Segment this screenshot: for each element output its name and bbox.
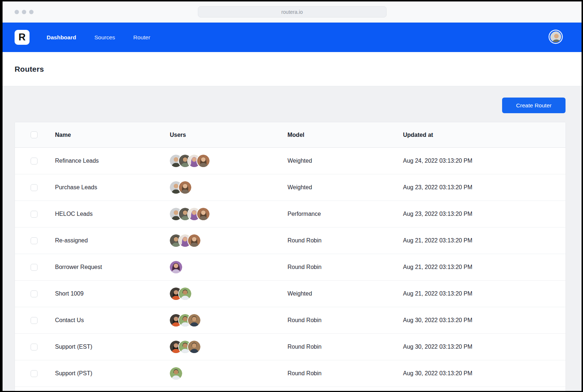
router-name: Purchase Leads <box>55 184 170 191</box>
header-checkbox-cell <box>15 131 55 138</box>
table-row[interactable]: Support (EST)Round RobinAug 30, 2022 03:… <box>15 334 566 360</box>
router-model: Weighted <box>287 184 403 191</box>
user-avatar-group <box>170 208 210 220</box>
router-name: Borrower Request <box>55 264 170 270</box>
browser-url-bar[interactable]: routera.io <box>198 6 387 17</box>
page-header: Routers <box>3 52 582 86</box>
row-checkbox-cell <box>15 344 55 351</box>
router-updated-at: Aug 23, 2022 03:13:20 PM <box>403 211 566 217</box>
router-updated-at: Aug 24, 2022 03:13:20 PM <box>403 158 566 164</box>
row-checkbox-cell <box>15 158 55 165</box>
router-name: Refinance Leads <box>55 158 170 164</box>
column-header-model: Model <box>287 132 403 138</box>
row-checkbox[interactable] <box>31 344 38 351</box>
router-model: Round Robin <box>287 317 403 324</box>
router-model: Round Robin <box>287 237 403 244</box>
row-checkbox-cell <box>15 211 55 218</box>
user-avatar-group <box>170 234 200 247</box>
router-users-cell <box>170 261 287 273</box>
router-users-cell <box>170 234 287 247</box>
user-avatar <box>179 181 191 194</box>
router-updated-at: Aug 23, 2022 03:13:20 PM <box>403 184 566 191</box>
nav-item-sources[interactable]: Sources <box>94 34 115 41</box>
router-name: Re-assigned <box>55 237 170 244</box>
column-header-updated-at: Updated at <box>403 132 566 138</box>
router-model: Round Robin <box>287 370 403 377</box>
router-model: Round Robin <box>287 264 403 270</box>
user-avatar <box>188 341 200 353</box>
profile-avatar[interactable] <box>549 31 562 44</box>
row-checkbox-cell <box>15 184 55 191</box>
table-row[interactable]: Support (PST)Round RobinAug 30, 2022 03:… <box>15 360 566 387</box>
user-avatar <box>197 208 210 220</box>
user-avatar <box>188 234 200 247</box>
column-header-users: Users <box>170 132 287 138</box>
router-users-cell <box>170 341 287 353</box>
app-window: routera.io R Dashboard Sources Router Ro… <box>3 1 582 391</box>
row-checkbox-cell <box>15 370 55 377</box>
user-avatar-group <box>170 314 200 326</box>
row-checkbox-cell <box>15 290 55 297</box>
user-avatar <box>197 155 210 167</box>
router-users-cell <box>170 314 287 326</box>
user-avatar-group <box>170 181 191 194</box>
table-row[interactable]: Borrower RequestRound RobinAug 21, 2022 … <box>15 254 566 281</box>
row-checkbox[interactable] <box>31 264 38 271</box>
page-title: Routers <box>15 65 44 74</box>
router-users-cell <box>170 208 287 220</box>
column-header-name: Name <box>55 132 170 138</box>
router-model: Weighted <box>287 158 403 164</box>
table-row[interactable]: Short 1009WeightedAug 21, 2022 03:13:20 … <box>15 281 566 307</box>
router-updated-at: Aug 21, 2022 03:13:20 PM <box>403 290 566 297</box>
user-avatar <box>188 314 200 326</box>
user-avatar <box>179 288 191 300</box>
router-updated-at: Aug 21, 2022 03:13:20 PM <box>403 237 566 244</box>
router-updated-at: Aug 30, 2022 03:13:20 PM <box>403 370 566 377</box>
router-users-cell <box>170 181 287 194</box>
app-navbar: R Dashboard Sources Router <box>3 23 582 52</box>
page-content: Create Router Name Users Model Updated a… <box>3 86 582 391</box>
row-checkbox[interactable] <box>31 211 38 218</box>
table-row[interactable]: Re-assignedRound RobinAug 21, 2022 03:13… <box>15 227 566 254</box>
nav-item-router[interactable]: Router <box>133 34 150 41</box>
row-checkbox[interactable] <box>31 184 38 191</box>
router-updated-at: Aug 21, 2022 03:13:20 PM <box>403 264 566 270</box>
router-model: Round Robin <box>287 344 403 350</box>
row-checkbox[interactable] <box>31 237 38 244</box>
app-logo[interactable]: R <box>15 30 30 45</box>
router-name: Short 1009 <box>55 290 170 297</box>
router-users-cell <box>170 155 287 167</box>
row-checkbox-cell <box>15 317 55 324</box>
router-updated-at: Aug 30, 2022 03:13:20 PM <box>403 344 566 350</box>
user-avatar <box>549 31 562 43</box>
table-row[interactable]: Purchase LeadsWeightedAug 23, 2022 03:13… <box>15 174 566 201</box>
router-name: HELOC Leads <box>55 211 170 217</box>
select-all-checkbox[interactable] <box>31 131 38 138</box>
table-row[interactable]: Refinance LeadsWeightedAug 24, 2022 03:1… <box>15 148 566 174</box>
row-checkbox[interactable] <box>31 370 38 377</box>
routers-table: Name Users Model Updated at Refinance Le… <box>15 122 566 391</box>
create-router-button[interactable]: Create Router <box>502 98 566 113</box>
row-checkbox[interactable] <box>31 317 38 324</box>
router-name: Contact Us <box>55 317 170 324</box>
router-name: Support (EST) <box>55 344 170 350</box>
router-model: Weighted <box>287 290 403 297</box>
nav-item-dashboard[interactable]: Dashboard <box>47 34 76 41</box>
window-dot-icon <box>15 10 19 14</box>
router-users-cell <box>170 288 287 300</box>
table-row[interactable]: HELOC LeadsPerformanceAug 23, 2022 03:13… <box>15 201 566 227</box>
row-checkbox[interactable] <box>31 290 38 297</box>
table-row[interactable]: Contact UsRound RobinAug 30, 2022 03:13:… <box>15 307 566 334</box>
table-header-row: Name Users Model Updated at <box>15 122 566 148</box>
user-avatar-group <box>170 155 210 167</box>
url-text: routera.io <box>281 9 303 15</box>
window-dot-icon <box>29 10 34 14</box>
user-avatar-group <box>170 367 182 380</box>
row-checkbox[interactable] <box>31 158 38 165</box>
browser-chrome: routera.io <box>3 1 582 23</box>
user-avatar-group <box>170 341 200 353</box>
main-nav: Dashboard Sources Router <box>47 34 150 41</box>
user-avatar <box>170 367 182 380</box>
router-name: Support (PST) <box>55 370 170 377</box>
router-updated-at: Aug 30, 2022 03:13:20 PM <box>403 317 566 324</box>
